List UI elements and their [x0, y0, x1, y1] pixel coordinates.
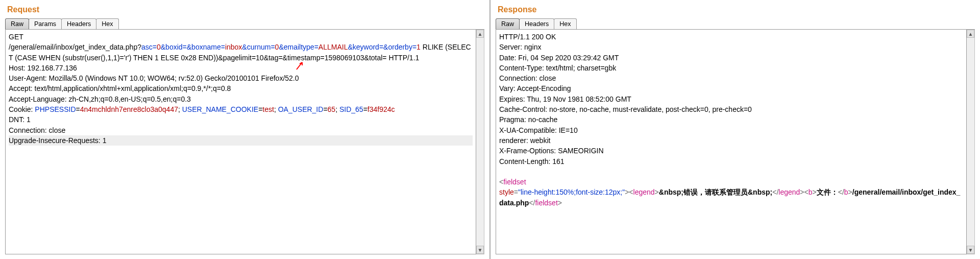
tab-raw[interactable]: Raw [5, 18, 29, 29]
resp-header-vary: Vary: Accept-Encoding [499, 83, 963, 93]
header-host: Host: 192.168.77.136 [9, 63, 473, 73]
resp-header-xua: X-UA-Compatible: IE=10 [499, 125, 963, 135]
scroll-down-icon[interactable]: ▼ [476, 246, 484, 254]
request-tabs: Raw Params Headers Hex [5, 18, 484, 30]
resp-header-conn: Connection: close [499, 73, 963, 83]
header-accept_lang: Accept-Language: zh-CN,zh;q=0.8,en-US;q=… [9, 94, 473, 104]
request-method: GET [9, 32, 473, 42]
response-tabs: Raw Headers Hex [496, 18, 975, 30]
scroll-down-icon[interactable]: ▼ [967, 246, 974, 254]
resp-header-clen: Content-Length: 161 [499, 156, 963, 167]
resp-header-ctype: Content-Type: text/html; charset=gbk [499, 63, 963, 73]
tab-hex[interactable]: Hex [96, 18, 118, 29]
resp-header-server: Server: nginx [499, 42, 963, 52]
resp-header-pragma: Pragma: no-cache [499, 114, 963, 125]
scrollbar[interactable]: ▲ ▼ [476, 30, 484, 254]
main-container: Request Raw Params Headers Hex GET/gener… [0, 0, 980, 259]
scrollbar[interactable]: ▲ ▼ [967, 30, 975, 254]
body-fieldset-rest: style="line-height:150%;font-size:12px;"… [499, 187, 963, 208]
resp-header-renderer: renderer: webkit [499, 135, 963, 146]
response-title: Response [498, 5, 975, 14]
tab-params[interactable]: Params [29, 18, 62, 29]
status-line: HTTP/1.1 200 OK [499, 32, 963, 42]
request-content[interactable]: GET/general/email/inbox/get_index_data.p… [5, 30, 476, 254]
request-title: Request [7, 5, 484, 14]
header-conn: Connection: close [9, 125, 473, 135]
response-content[interactable]: HTTP/1.1 200 OKServer: nginxDate: Fri, 0… [496, 30, 967, 254]
body-fieldset-open: <fieldset [499, 177, 963, 187]
request-url: /general/email/inbox/get_index_data.php?… [9, 42, 473, 63]
header-dnt: DNT: 1 [9, 114, 473, 125]
header-upgrade: Upgrade-Insecure-Requests: 1 [9, 135, 473, 146]
response-panel: Response Raw Headers Hex HTTP/1.1 200 OK… [491, 0, 980, 259]
tab-headers[interactable]: Headers [61, 18, 96, 29]
scroll-up-icon[interactable]: ▲ [476, 30, 484, 38]
scroll-up-icon[interactable]: ▲ [967, 30, 974, 38]
header-cookie: Cookie: PHPSESSID=4n4mchldnh7enre8clo3a0… [9, 104, 473, 114]
request-panel: Request Raw Params Headers Hex GET/gener… [0, 0, 489, 259]
blank-line [499, 167, 963, 177]
tab-raw[interactable]: Raw [496, 18, 520, 29]
resp-header-date: Date: Fri, 04 Sep 2020 03:29:42 GMT [499, 53, 963, 63]
header-ua: User-Agent: Mozilla/5.0 (Windows NT 10.0… [9, 73, 473, 83]
header-accept: Accept: text/html,application/xhtml+xml,… [9, 83, 473, 93]
resp-header-cache: Cache-Control: no-store, no-cache, must-… [499, 104, 963, 114]
tab-headers[interactable]: Headers [519, 18, 554, 29]
resp-header-xframe: X-Frame-Options: SAMEORIGIN [499, 146, 963, 156]
resp-header-expires: Expires: Thu, 19 Nov 1981 08:52:00 GMT [499, 94, 963, 104]
tab-hex[interactable]: Hex [554, 18, 576, 29]
